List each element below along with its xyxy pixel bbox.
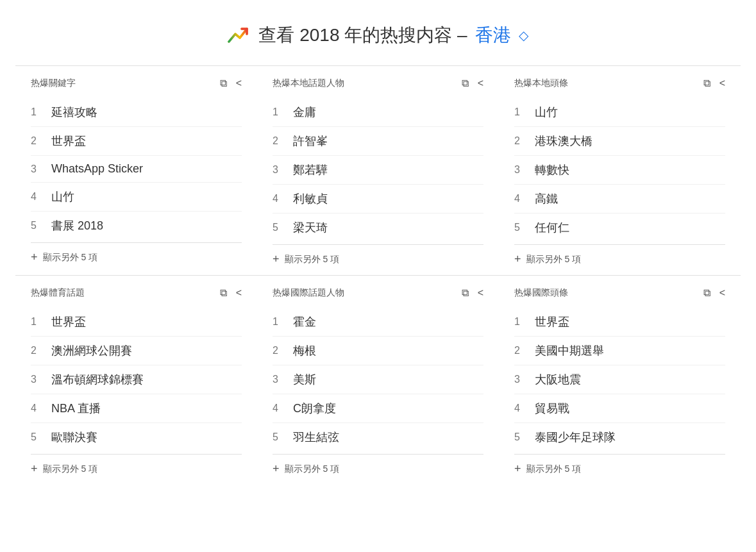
show-more-hot-local-people[interactable]: + 顯示另外 5 項 [273, 244, 483, 270]
categories-grid: 热爆關鍵字 ⧉ < 1延禧攻略 2世界盃 3WhatsApp Sticker 4… [0, 65, 756, 485]
item-name: 高鐵 [535, 191, 558, 206]
plus-icon: + [514, 462, 521, 476]
item-rank: 3 [514, 374, 535, 385]
item-name: WhatsApp Sticker [51, 162, 143, 176]
panel-hot-keywords: 热爆關鍵字 ⧉ < 1延禧攻略 2世界盃 3WhatsApp Sticker 4… [15, 65, 257, 275]
show-more-hot-intl-people[interactable]: + 顯示另外 5 項 [273, 454, 483, 480]
item-rank: 1 [273, 106, 293, 118]
category-header-hot-intl-headlines: 热爆國際頭條 ⧉ < [514, 287, 725, 299]
share-icon-hot-local-headlines[interactable]: < [719, 78, 725, 89]
item-rank: 4 [31, 403, 51, 414]
list-item: 3鄭若驊 [273, 156, 483, 185]
list-item: 1延禧攻略 [31, 98, 242, 127]
plus-icon: + [273, 253, 280, 266]
item-name: C朗拿度 [293, 401, 336, 416]
list-item: 5泰國少年足球隊 [514, 423, 725, 451]
plus-icon: + [273, 462, 280, 476]
panel-hot-intl-headlines: 热爆國際頭條 ⧉ < 1世界盃 2美國中期選舉 3大阪地震 4貿易戰 5泰國少年… [499, 275, 741, 485]
list-item: 2許智峯 [273, 127, 483, 156]
category-actions-hot-intl-people: ⧉ < [462, 287, 483, 299]
copy-icon-hot-local-people[interactable]: ⧉ [462, 78, 469, 89]
category-title-hot-intl-headlines: 热爆國際頭條 [514, 287, 568, 299]
item-name: 貿易戰 [535, 401, 569, 416]
item-rank: 2 [273, 345, 293, 356]
panel-hot-local-headlines: 热爆本地頭條 ⧉ < 1山竹 2港珠澳大橋 3轉數快 4高鐵 5任何仁 + 顯示… [499, 65, 741, 275]
list-item: 4高鐵 [514, 185, 725, 213]
item-rank: 4 [514, 403, 535, 414]
list-item: 4利敏貞 [273, 185, 483, 213]
show-more-label: 顯示另外 5 項 [285, 464, 340, 475]
region-selector[interactable]: ◇ [519, 28, 528, 43]
page-header: 查看 2018 年的热搜内容 – 香港 ◇ [0, 0, 756, 65]
category-header-hot-local-headlines: 热爆本地頭條 ⧉ < [514, 78, 725, 89]
copy-icon-hot-keywords[interactable]: ⧉ [220, 78, 227, 89]
panel-hot-intl-people: 热爆國際話題人物 ⧉ < 1霍金 2梅根 3美斯 4C朗拿度 5羽生結弦 + 顯… [257, 275, 499, 485]
show-more-hot-local-headlines[interactable]: + 顯示另外 5 項 [514, 244, 725, 270]
item-rank: 5 [514, 431, 535, 443]
item-name: 轉數快 [535, 162, 569, 178]
copy-icon-hot-intl-people[interactable]: ⧉ [462, 287, 469, 299]
list-item: 3溫布頓網球錦標賽 [31, 365, 242, 394]
share-icon-hot-local-people[interactable]: < [478, 78, 483, 89]
category-header-hot-intl-people: 热爆國際話題人物 ⧉ < [273, 287, 483, 299]
category-title-hot-local-people: 热爆本地話題人物 [273, 78, 344, 89]
list-item: 2美國中期選舉 [514, 337, 725, 365]
list-hot-intl-people: 1霍金 2梅根 3美斯 4C朗拿度 5羽生結弦 [273, 308, 483, 451]
list-hot-local-headlines: 1山竹 2港珠澳大橋 3轉數快 4高鐵 5任何仁 [514, 98, 725, 242]
category-actions-hot-sports: ⧉ < [220, 287, 242, 299]
plus-icon: + [514, 253, 521, 266]
item-name: 延禧攻略 [51, 105, 97, 120]
list-item: 2世界盃 [31, 127, 242, 156]
show-more-hot-sports[interactable]: + 顯示另外 5 項 [31, 454, 242, 480]
item-rank: 4 [273, 403, 293, 414]
show-more-label: 顯示另外 5 項 [43, 252, 98, 263]
header-region[interactable]: 香港 [475, 23, 511, 47]
copy-icon-hot-local-headlines[interactable]: ⧉ [703, 78, 710, 89]
panel-hot-sports: 热爆體育話題 ⧉ < 1世界盃 2澳洲網球公開賽 3溫布頓網球錦標賽 4NBA … [15, 275, 257, 485]
show-more-label: 顯示另外 5 項 [43, 464, 98, 475]
plus-icon: + [31, 462, 38, 476]
list-item: 4貿易戰 [514, 394, 725, 423]
share-icon-hot-keywords[interactable]: < [236, 78, 242, 89]
category-title-hot-sports: 热爆體育話題 [31, 287, 85, 299]
item-rank: 5 [514, 222, 535, 233]
item-name: 泰國少年足球隊 [535, 430, 616, 445]
show-more-label: 顯示另外 5 項 [526, 254, 582, 265]
list-item: 2梅根 [273, 337, 483, 365]
list-item: 2港珠澳大橋 [514, 127, 725, 156]
item-name: 許智峯 [293, 133, 328, 149]
item-rank: 2 [273, 135, 293, 147]
copy-icon-hot-intl-headlines[interactable]: ⧉ [703, 287, 710, 299]
item-rank: 1 [31, 316, 51, 328]
item-name: 美斯 [293, 372, 316, 387]
item-rank: 1 [514, 106, 535, 118]
item-name: 世界盃 [535, 314, 569, 330]
item-rank: 4 [273, 193, 293, 205]
header-title-prefix: 查看 2018 年的热搜内容 – [258, 23, 467, 47]
list-item: 5歐聯決賽 [31, 423, 242, 451]
item-name: 金庸 [293, 105, 316, 120]
share-icon-hot-intl-people[interactable]: < [478, 287, 483, 299]
show-more-hot-keywords[interactable]: + 顯示另外 5 項 [31, 242, 242, 268]
category-header-hot-keywords: 热爆關鍵字 ⧉ < [31, 78, 242, 89]
category-title-hot-keywords: 热爆關鍵字 [31, 78, 76, 89]
item-rank: 2 [514, 345, 535, 356]
item-name: 山竹 [535, 105, 558, 120]
item-rank: 3 [273, 164, 293, 176]
category-header-hot-sports: 热爆體育話題 ⧉ < [31, 287, 242, 299]
share-icon-hot-intl-headlines[interactable]: < [719, 287, 725, 299]
list-hot-local-people: 1金庸 2許智峯 3鄭若驊 4利敏貞 5梁天琦 [273, 98, 483, 242]
show-more-hot-intl-headlines[interactable]: + 顯示另外 5 項 [514, 454, 725, 480]
item-name: 梅根 [293, 343, 316, 358]
share-icon-hot-sports[interactable]: < [236, 287, 242, 299]
item-rank: 1 [273, 316, 293, 328]
item-name: 大阪地震 [535, 372, 581, 387]
panel-hot-local-people: 热爆本地話題人物 ⧉ < 1金庸 2許智峯 3鄭若驊 4利敏貞 5梁天琦 + 顯… [257, 65, 499, 275]
category-actions-hot-local-people: ⧉ < [462, 78, 483, 89]
item-name: 霍金 [293, 314, 316, 330]
item-name: 羽生結弦 [293, 430, 339, 445]
item-name: 世界盃 [51, 314, 86, 330]
list-item: 5任何仁 [514, 213, 725, 242]
list-item: 1世界盃 [514, 308, 725, 337]
copy-icon-hot-sports[interactable]: ⧉ [220, 287, 227, 299]
